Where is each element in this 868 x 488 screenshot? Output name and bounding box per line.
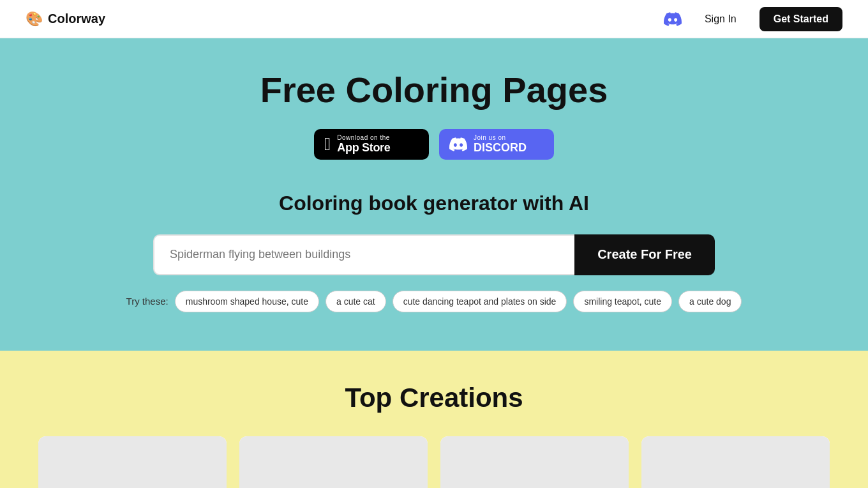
card-image-2 bbox=[440, 436, 629, 488]
header: 🎨 Colorway Sign In Get Started bbox=[0, 0, 868, 38]
try-label: Try these: bbox=[126, 296, 168, 307]
creations-section: Top Creations Lion and boy ♥ 1 Girls ♥ 1 bbox=[0, 351, 868, 488]
discord-join-label: Join us on bbox=[474, 134, 506, 141]
discord-icon bbox=[664, 10, 682, 28]
header-right: Sign In Get Started bbox=[664, 7, 842, 31]
creation-card-3[interactable]: teacher ♥ 0 bbox=[641, 436, 830, 488]
try-these-area: Try these: mushroom shaped house, cute a… bbox=[126, 291, 742, 312]
search-area: Create For Free bbox=[153, 234, 715, 275]
app-store-line1: Download on the bbox=[337, 134, 390, 141]
creation-card-1[interactable]: Girls ♥ 1 bbox=[239, 436, 428, 488]
card-image-3 bbox=[641, 436, 830, 488]
create-for-free-button[interactable]: Create For Free bbox=[574, 234, 715, 275]
app-store-text: Download on the App Store bbox=[337, 134, 390, 155]
hero-title: Free Coloring Pages bbox=[260, 70, 608, 110]
logo-emoji: 🎨 bbox=[26, 11, 43, 27]
discord-badge-icon bbox=[449, 135, 467, 153]
chip-smiling-teapot[interactable]: smiling teapot, cute bbox=[573, 291, 672, 312]
creations-title: Top Creations bbox=[38, 383, 830, 413]
creation-card-0[interactable]: Lion and boy ♥ 1 bbox=[38, 436, 227, 488]
chip-mushroom[interactable]: mushroom shaped house, cute bbox=[175, 291, 319, 312]
search-input[interactable] bbox=[153, 234, 574, 275]
app-store-line2: App Store bbox=[337, 141, 390, 155]
sign-in-button[interactable]: Sign In bbox=[697, 8, 744, 30]
discord-badge[interactable]: Join us on DISCORD bbox=[439, 129, 554, 160]
chip-cat[interactable]: a cute cat bbox=[326, 291, 386, 312]
card-image-0 bbox=[38, 436, 227, 488]
logo[interactable]: 🎨 Colorway bbox=[26, 11, 105, 27]
app-store-badge[interactable]:  Download on the App Store bbox=[314, 129, 429, 160]
creations-grid: Lion and boy ♥ 1 Girls ♥ 1 anime teacher bbox=[38, 436, 830, 488]
chip-dog[interactable]: a cute dog bbox=[678, 291, 742, 312]
creation-card-2[interactable]: anime teacher ♥ 0 bbox=[440, 436, 629, 488]
chip-teapot[interactable]: cute dancing teapot and plates on side bbox=[393, 291, 567, 312]
hero-subtitle: Coloring book generator with AI bbox=[279, 192, 589, 215]
discord-header-button[interactable] bbox=[664, 10, 682, 28]
hero-section: Free Coloring Pages  Download on the Ap… bbox=[0, 38, 868, 351]
card-image-1 bbox=[239, 436, 428, 488]
apple-icon:  bbox=[324, 135, 331, 153]
discord-badge-text: Join us on DISCORD bbox=[474, 134, 527, 155]
get-started-button[interactable]: Get Started bbox=[760, 7, 842, 31]
logo-label: Colorway bbox=[48, 11, 105, 26]
discord-name-label: DISCORD bbox=[474, 141, 527, 155]
hero-badges:  Download on the App Store Join us on D… bbox=[314, 129, 554, 160]
